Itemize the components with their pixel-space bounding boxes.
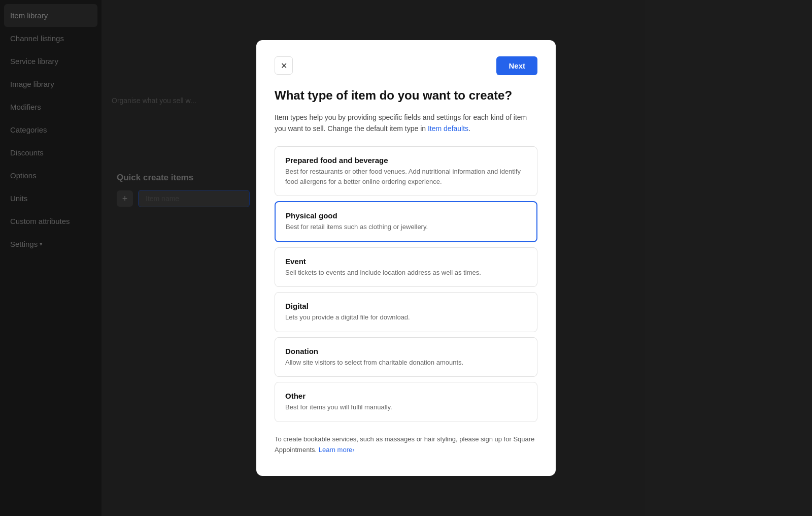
modal-footer: To create bookable services, such as mas…: [275, 434, 537, 456]
item-type-card-prepared-food[interactable]: Prepared food and beverageBest for resta…: [275, 146, 537, 196]
item-type-desc-other: Best for items you will fulfil manually.: [285, 402, 527, 412]
item-type-desc-prepared-food: Best for restaurants or other food venue…: [285, 167, 527, 186]
item-type-name-other: Other: [285, 392, 527, 400]
modal-description: Item types help you by providing specifi…: [275, 112, 537, 135]
item-type-card-physical-good[interactable]: Physical goodBest for retail items such …: [275, 201, 537, 242]
item-type-name-donation: Donation: [285, 347, 527, 356]
item-type-desc-digital: Lets you provide a digital file for down…: [285, 312, 527, 322]
item-type-name-prepared-food: Prepared food and beverage: [285, 156, 527, 165]
item-type-name-event: Event: [285, 257, 527, 266]
item-type-card-other[interactable]: OtherBest for items you will fulfil manu…: [275, 382, 537, 422]
item-type-desc-donation: Allow site visitors to select from chari…: [285, 358, 527, 368]
item-type-name-physical-good: Physical good: [286, 211, 526, 220]
modal-header: ✕ Next: [275, 56, 537, 75]
item-type-name-digital: Digital: [285, 302, 527, 310]
modal-dialog: ✕ Next What type of item do you want to …: [256, 40, 556, 475]
item-type-card-digital[interactable]: DigitalLets you provide a digital file f…: [275, 292, 537, 332]
item-defaults-link[interactable]: Item defaults: [428, 124, 468, 133]
modal-overlay: ✕ Next What type of item do you want to …: [0, 0, 812, 516]
item-type-card-donation[interactable]: DonationAllow site visitors to select fr…: [275, 337, 537, 377]
learn-more-link[interactable]: Learn more›: [319, 446, 355, 454]
next-button[interactable]: Next: [496, 56, 537, 75]
modal-title: What type of item do you want to create?: [275, 87, 537, 103]
close-icon: ✕: [281, 61, 287, 71]
item-type-desc-event: Sell tickets to events and include locat…: [285, 268, 527, 278]
item-type-desc-physical-good: Best for retail items such as clothing o…: [286, 222, 526, 232]
close-button[interactable]: ✕: [275, 56, 293, 75]
item-type-card-event[interactable]: EventSell tickets to events and include …: [275, 247, 537, 287]
item-type-list: Prepared food and beverageBest for resta…: [275, 146, 537, 422]
